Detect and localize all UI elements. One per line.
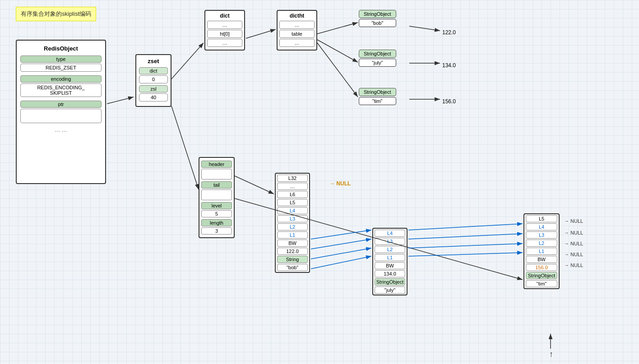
null-l32: → NULL (329, 180, 351, 187)
field-type: type REDIS_ZSET (20, 55, 102, 72)
zset-title: zset (139, 58, 168, 65)
svg-line-8 (317, 40, 358, 62)
redis-object-title: RedisObject (20, 45, 102, 52)
score-tim: 156.0 (442, 98, 456, 105)
svg-line-19 (408, 224, 523, 230)
tail-arrow: ↑ (549, 350, 553, 359)
string-obj-bob-label: StringObject "bob" (359, 10, 396, 27)
string-obj-july-label: StringObject "july" (359, 50, 396, 67)
svg-line-6 (246, 29, 276, 38)
null-tim-l2: → NULL (564, 252, 583, 257)
node-tim: L5 L4 L3 L2 L1 BW 156.0 StringObject "ti… (523, 213, 560, 289)
header-node: L32 … L6 L5 L4 L3 L2 L1 BW 122.0 String … (275, 173, 310, 273)
null-tim-l4: → NULL (564, 230, 583, 235)
title-note: 有序集合对象的skiplist编码 (16, 7, 96, 21)
svg-line-13 (235, 176, 274, 194)
svg-line-5 (171, 106, 199, 189)
svg-line-7 (317, 23, 358, 34)
svg-line-17 (311, 248, 371, 259)
field-encoding: encoding REDIS_ENCODING_SKIPLIST (20, 75, 102, 97)
dotdot: … … (20, 127, 102, 133)
dict-box: dict … ht[0] … (204, 10, 245, 51)
score-july: 134.0 (442, 62, 456, 69)
zset-box: zset dict 0 zsl 40 (135, 54, 171, 107)
null-tim-l3: → NULL (564, 241, 583, 246)
string-obj-tim-label: StringObject "tim" (359, 88, 396, 105)
svg-line-3 (107, 97, 134, 104)
zsl-box: header tail level 5 length 3 (199, 157, 235, 238)
field-ptr: ptr (20, 101, 102, 123)
redis-object-box: RedisObject type REDIS_ZSET encoding RED… (16, 40, 106, 184)
svg-line-21 (408, 244, 523, 248)
svg-line-10 (409, 26, 440, 31)
svg-line-20 (408, 234, 523, 239)
svg-line-16 (311, 239, 371, 249)
svg-line-9 (317, 43, 358, 97)
null-tim-l1: → NULL (564, 263, 583, 268)
svg-line-22 (408, 253, 523, 256)
dictht-box: dictht … table … (277, 10, 317, 51)
node-bob: L4 L3 L2 L1 BW 134.0 StringObject "july" (372, 228, 407, 295)
svg-line-18 (311, 256, 371, 269)
score-bob: 122.0 (442, 29, 456, 36)
svg-line-4 (171, 43, 204, 79)
svg-line-15 (311, 230, 371, 239)
null-tim-l5: → NULL (564, 218, 583, 224)
